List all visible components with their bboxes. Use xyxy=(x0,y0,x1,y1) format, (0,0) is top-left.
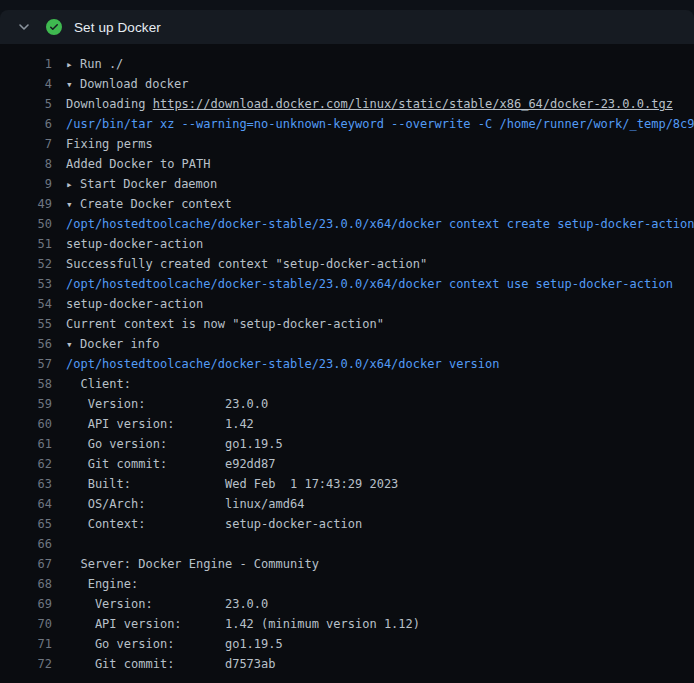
line-number[interactable]: 51 xyxy=(0,234,52,254)
log-line: 1▸Run ./ xyxy=(0,54,694,74)
chevron-right-icon[interactable]: ▸ xyxy=(66,55,80,74)
line-number[interactable]: 1 xyxy=(0,54,52,74)
log-line-content: /usr/bin/tar xz --warning=no-unknown-key… xyxy=(66,114,694,134)
line-number[interactable]: 67 xyxy=(0,554,52,574)
line-number[interactable]: 56 xyxy=(0,334,52,354)
log-text: Server: Docker Engine - Community xyxy=(66,557,319,571)
log-link[interactable]: https://download.docker.com/linux/static… xyxy=(153,97,673,111)
line-number[interactable]: 71 xyxy=(0,634,52,654)
line-number[interactable]: 50 xyxy=(0,214,52,234)
log-line-content: Built: Wed Feb 1 17:43:29 2023 xyxy=(66,474,398,494)
log-line-content: Successfully created context "setup-dock… xyxy=(66,254,427,274)
log-group-header[interactable]: ▾Create Docker context xyxy=(66,194,232,214)
log-text: /opt/hostedtoolcache/docker-stable/23.0.… xyxy=(66,277,673,291)
log-text: /usr/bin/tar xz --warning=no-unknown-key… xyxy=(66,117,694,131)
line-number[interactable]: 58 xyxy=(0,374,52,394)
log-text: API version: 1.42 xyxy=(66,417,254,431)
line-number[interactable]: 57 xyxy=(0,354,52,374)
chevron-down-icon[interactable] xyxy=(16,19,32,35)
step-title: Set up Docker xyxy=(74,20,161,35)
log-group-header[interactable]: ▸Run ./ xyxy=(66,54,123,74)
log-line-content: Client: xyxy=(66,374,131,394)
line-number[interactable]: 54 xyxy=(0,294,52,314)
line-number[interactable]: 55 xyxy=(0,314,52,334)
log-line-content: Go version: go1.19.5 xyxy=(66,634,283,654)
log-group-header[interactable]: ▸Start Docker daemon xyxy=(66,174,217,194)
line-number[interactable]: 68 xyxy=(0,574,52,594)
log-line: 55Current context is now "setup-docker-a… xyxy=(0,314,694,334)
line-number[interactable]: 6 xyxy=(0,114,52,134)
line-number[interactable]: 61 xyxy=(0,434,52,454)
line-number[interactable]: 65 xyxy=(0,514,52,534)
log-line: 52Successfully created context "setup-do… xyxy=(0,254,694,274)
log-line-content: Fixing perms xyxy=(66,134,153,154)
log-text: Version: 23.0.0 xyxy=(66,397,268,411)
step-header[interactable]: Set up Docker xyxy=(0,10,694,44)
line-number[interactable]: 7 xyxy=(0,134,52,154)
log-line-content: Current context is now "setup-docker-act… xyxy=(66,314,384,334)
log-line: 9▸Start Docker daemon xyxy=(0,174,694,194)
log-line: 51setup-docker-action xyxy=(0,234,694,254)
log-text: setup-docker-action xyxy=(66,237,203,251)
chevron-right-icon[interactable]: ▸ xyxy=(66,175,80,194)
log-line: 8Added Docker to PATH xyxy=(0,154,694,174)
log-line: 66 xyxy=(0,534,694,554)
line-number[interactable]: 66 xyxy=(0,534,52,554)
log-line: 65 Context: setup-docker-action xyxy=(0,514,694,534)
log-area: 1▸Run ./4▾Download docker5Downloading ht… xyxy=(0,44,694,683)
log-text: Added Docker to PATH xyxy=(66,157,211,171)
chevron-down-icon[interactable]: ▾ xyxy=(66,195,80,214)
log-line-content: Git commit: d7573ab xyxy=(66,654,276,674)
log-text: Built: Wed Feb 1 17:43:29 2023 xyxy=(66,477,398,491)
log-line: 56▾Docker info xyxy=(0,334,694,354)
log-line: 64 OS/Arch: linux/amd64 xyxy=(0,494,694,514)
log-text: Run ./ xyxy=(80,57,123,71)
line-number[interactable]: 72 xyxy=(0,654,52,674)
line-number[interactable]: 59 xyxy=(0,394,52,414)
line-number[interactable]: 9 xyxy=(0,174,52,194)
line-number[interactable]: 5 xyxy=(0,94,52,114)
line-number[interactable]: 64 xyxy=(0,494,52,514)
log-line-content: Server: Docker Engine - Community xyxy=(66,554,319,574)
line-number[interactable]: 4 xyxy=(0,74,52,94)
log-group-header[interactable]: ▾Download docker xyxy=(66,74,188,94)
log-line: 50/opt/hostedtoolcache/docker-stable/23.… xyxy=(0,214,694,234)
line-number[interactable]: 8 xyxy=(0,154,52,174)
log-line: 61 Go version: go1.19.5 xyxy=(0,434,694,454)
chevron-down-icon[interactable]: ▾ xyxy=(66,75,80,94)
log-text: Current context is now "setup-docker-act… xyxy=(66,317,384,331)
log-line: 4▾Download docker xyxy=(0,74,694,94)
line-number[interactable]: 53 xyxy=(0,274,52,294)
log-text: Git commit: e92dd87 xyxy=(66,457,276,471)
line-number[interactable]: 60 xyxy=(0,414,52,434)
log-line-content: API version: 1.42 (minimum version 1.12) xyxy=(66,614,420,634)
log-text: Go version: go1.19.5 xyxy=(66,437,283,451)
log-line: 68 Engine: xyxy=(0,574,694,594)
line-number[interactable]: 70 xyxy=(0,614,52,634)
log-line: 54setup-docker-action xyxy=(0,294,694,314)
line-number[interactable]: 49 xyxy=(0,194,52,214)
page-background-strip xyxy=(0,0,694,10)
log-text: /opt/hostedtoolcache/docker-stable/23.0.… xyxy=(66,217,694,231)
log-line-content: Context: setup-docker-action xyxy=(66,514,362,534)
log-line-content: Engine: xyxy=(66,574,138,594)
log-line: 6/usr/bin/tar xz --warning=no-unknown-ke… xyxy=(0,114,694,134)
success-check-icon xyxy=(46,19,62,35)
log-text: Version: 23.0.0 xyxy=(66,597,268,611)
log-line: 62 Git commit: e92dd87 xyxy=(0,454,694,474)
log-text: Context: setup-docker-action xyxy=(66,517,362,531)
log-line: 49▾Create Docker context xyxy=(0,194,694,214)
log-text: Docker info xyxy=(80,337,159,351)
chevron-down-icon[interactable]: ▾ xyxy=(66,335,80,354)
log-line-content: /opt/hostedtoolcache/docker-stable/23.0.… xyxy=(66,274,673,294)
line-number[interactable]: 69 xyxy=(0,594,52,614)
log-line: 59 Version: 23.0.0 xyxy=(0,394,694,414)
log-line: 53/opt/hostedtoolcache/docker-stable/23.… xyxy=(0,274,694,294)
line-number[interactable]: 52 xyxy=(0,254,52,274)
log-line: 67 Server: Docker Engine - Community xyxy=(0,554,694,574)
line-number[interactable]: 63 xyxy=(0,474,52,494)
log-line-content: /opt/hostedtoolcache/docker-stable/23.0.… xyxy=(66,354,499,374)
line-number[interactable]: 62 xyxy=(0,454,52,474)
log-line: 58 Client: xyxy=(0,374,694,394)
log-group-header[interactable]: ▾Docker info xyxy=(66,334,159,354)
